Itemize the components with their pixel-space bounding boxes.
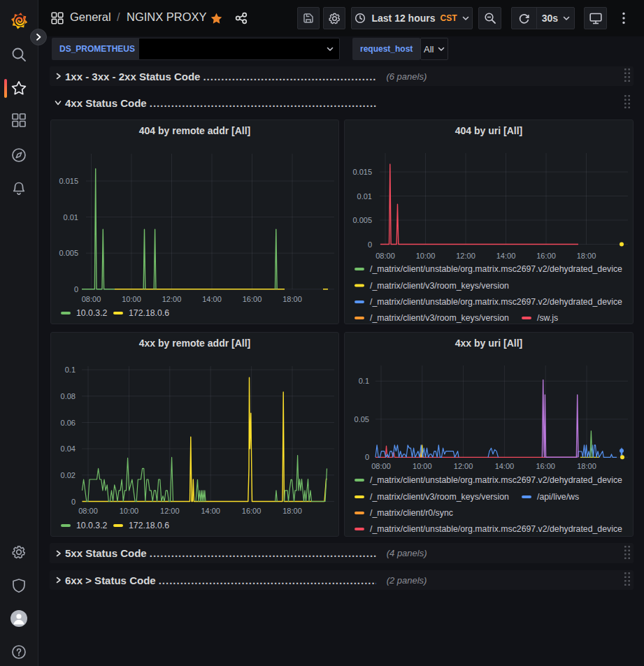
svg-text:0: 0 [365,453,369,461]
svg-text:16:00: 16:00 [536,462,555,470]
svg-text:08:00: 08:00 [82,295,101,303]
svg-text:/_matrix/client/unstable/org.m: /_matrix/client/unstable/org.matrix.msc2… [370,297,622,307]
svg-text:0.005: 0.005 [352,216,372,224]
svg-text:08:00: 08:00 [78,507,98,515]
svg-text:0.015: 0.015 [59,177,78,185]
svg-text:0.005: 0.005 [59,249,78,257]
svg-text:10:00: 10:00 [122,295,141,303]
svg-text:16:00: 16:00 [536,252,556,260]
svg-text:18:00: 18:00 [282,507,302,515]
svg-text:/api/live/ws: /api/live/ws [537,492,579,502]
svg-text:0.08: 0.08 [61,392,76,400]
svg-text:12:00: 12:00 [162,295,182,303]
svg-text:0: 0 [74,285,78,294]
svg-text:/_matrix/client/v3/room_keys/v: /_matrix/client/v3/room_keys/version [370,281,509,291]
svg-text:18:00: 18:00 [577,462,596,470]
svg-text:18:00: 18:00 [577,252,596,260]
svg-text:14:00: 14:00 [202,295,222,303]
svg-text:0.06: 0.06 [61,419,76,427]
svg-text:10.0.3.2: 10.0.3.2 [76,521,108,530]
svg-text:16:00: 16:00 [243,295,262,303]
svg-text:/_matrix/client/r0/sync: /_matrix/client/r0/sync [370,508,453,518]
svg-text:0.05: 0.05 [355,415,369,424]
svg-text:18:00: 18:00 [282,295,302,303]
svg-text:172.18.0.6: 172.18.0.6 [129,308,169,318]
svg-text:/_matrix/client/unstable/org.m: /_matrix/client/unstable/org.matrix.msc2… [370,264,622,274]
svg-text:10:00: 10:00 [413,462,432,470]
svg-text:14:00: 14:00 [496,252,516,260]
svg-text:12:00: 12:00 [456,252,475,260]
svg-text:0.1: 0.1 [65,365,76,374]
svg-text:16:00: 16:00 [242,507,262,515]
svg-text:0.01: 0.01 [357,192,372,201]
svg-text:/sw.js: /sw.js [537,313,558,323]
svg-text:0: 0 [368,240,372,249]
svg-text:10.0.3.2: 10.0.3.2 [76,308,108,318]
svg-text:12:00: 12:00 [454,462,473,470]
svg-text:10:00: 10:00 [416,252,436,260]
svg-text:0.015: 0.015 [352,168,372,176]
svg-text:0: 0 [71,498,76,506]
svg-text:0.04: 0.04 [61,444,76,453]
svg-text:/_matrix/client/unstable/org.m: /_matrix/client/unstable/org.matrix.msc2… [370,475,622,485]
svg-text:12:00: 12:00 [160,507,180,515]
svg-text:10:00: 10:00 [120,507,139,515]
svg-text:172.18.0.6: 172.18.0.6 [129,521,169,530]
svg-text:08:00: 08:00 [375,252,395,260]
svg-text:0.01: 0.01 [64,213,78,222]
svg-text:14:00: 14:00 [495,462,515,470]
svg-text:0.1: 0.1 [359,377,369,385]
svg-text:0.02: 0.02 [61,471,76,479]
svg-text:08:00: 08:00 [371,462,391,470]
svg-text:14:00: 14:00 [201,507,220,515]
svg-text:/_matrix/client/v3/room_keys/v: /_matrix/client/v3/room_keys/version [370,492,509,502]
svg-text:/_matrix/client/v3/room_keys/v: /_matrix/client/v3/room_keys/version [370,313,509,323]
svg-text:/_matrix/client/unstable/org.m: /_matrix/client/unstable/org.matrix.msc2… [370,524,622,534]
